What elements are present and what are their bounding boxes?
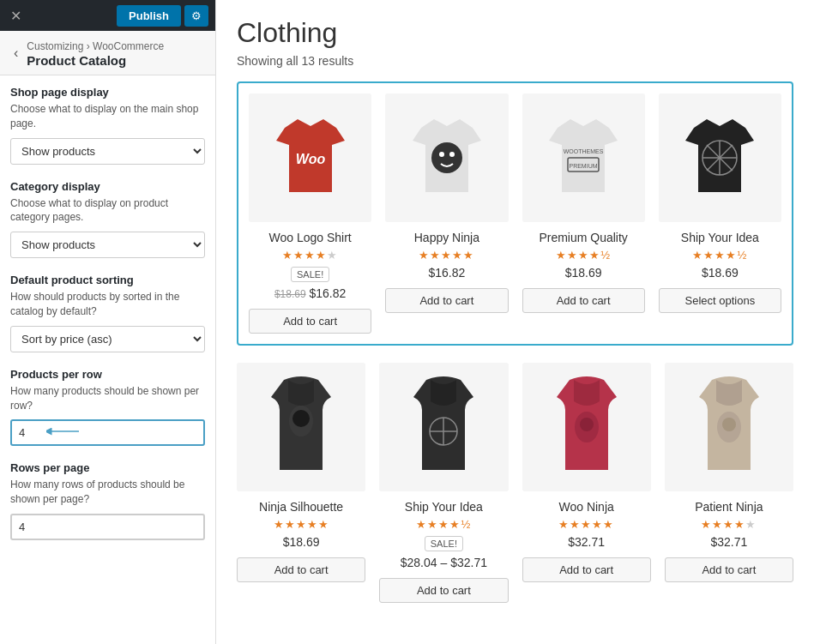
category-display-desc: Choose what to display on product catego… [10,196,205,226]
product-stars: ★★★★★ [558,518,614,531]
rows-per-page-desc: How many rows of products should be show… [10,478,205,507]
product-image-woo-logo-shirt: Woo [249,93,371,222]
product-price: $16.82 [428,266,465,280]
product-price: $18.69 [283,535,320,549]
product-image-ninja-silhouette [237,363,365,491]
product-stars: ★★★★★ [701,518,757,531]
svg-point-5 [449,152,455,157]
product-stars: ★★★★★ [419,249,474,262]
product-image-patient-ninja [665,363,793,491]
add-to-cart-button[interactable]: Add to cart [249,309,371,334]
second-product-grid: Ninja Silhouette ★★★★★ $18.69 Add to car… [237,363,793,603]
category-display-title: Category display [10,180,205,193]
svg-point-24 [722,418,736,431]
sidebar-nav: ‹ Customizing › WooCommerce Product Cata… [0,31,215,75]
svg-text:WOOTHEMES: WOOTHEMES [564,148,604,154]
product-price: $18.69 $16.82 [274,286,346,300]
back-button[interactable]: ‹ [10,44,21,63]
sale-badge: SALE! [425,536,463,551]
shop-page-display-title: Shop page display [10,86,205,99]
product-stars: ★★★★★ [274,518,329,531]
publish-button[interactable]: Publish [117,5,181,27]
product-name: Woo Ninja [558,500,613,514]
add-to-cart-button[interactable]: Add to cart [665,557,793,582]
product-stars: ★★★★½ [556,249,611,262]
shop-page-display-desc: Choose what to display on the main shop … [10,102,205,131]
svg-point-4 [439,152,444,157]
shop-page-display-select[interactable]: Show products Show categories Show both [10,138,205,165]
showing-results: Showing all 13 results [237,54,793,68]
add-to-cart-button[interactable]: Add to cart [237,557,365,582]
products-per-row-section: Products per row How many products shoul… [10,368,205,447]
add-to-cart-button[interactable]: Add to cart [385,288,508,313]
svg-text:Woo: Woo [295,152,325,166]
product-image-premium-quality: WOOTHEMES PREMIUM [522,93,645,222]
sale-badge: SALE! [291,267,329,282]
category-display-section: Category display Choose what to display … [10,180,205,259]
page-title: Clothing [237,17,793,49]
product-name: Premium Quality [539,231,627,244]
sidebar: ✕ Publish ⚙ ‹ Customizing › WooCommerce … [0,0,216,644]
product-card-ninja-silhouette: Ninja Silhouette ★★★★★ $18.69 Add to car… [237,363,365,603]
highlighted-product-grid: Woo Woo Logo Shirt ★★★★★ SALE! $18.69 $1… [237,81,793,346]
default-sorting-select[interactable]: Default sorting Sort by popularity Sort … [10,326,205,352]
svg-text:PREMIUM: PREMIUM [570,163,598,169]
product-price: $18.69 [702,266,739,280]
product-name: Happy Ninja [414,231,479,244]
sidebar-content: Shop page display Choose what to display… [0,75,215,644]
breadcrumb: Customizing › WooCommerce Product Catalo… [27,38,164,68]
price-new: $16.82 [310,286,347,300]
product-price: $32.71 [710,535,747,549]
category-display-select[interactable]: Show products Show subcategories Show bo… [10,232,205,258]
main-content: Clothing Showing all 13 results Woo Woo … [216,0,814,644]
publish-area: Publish ⚙ [117,5,208,27]
shop-page-display-section: Shop page display Choose what to display… [10,86,205,165]
gear-button[interactable]: ⚙ [184,5,208,27]
svg-point-3 [431,142,462,173]
price-old: $18.69 [274,288,306,300]
product-card-ship-your-idea-hoodie: Ship Your Idea ★★★★½ SALE! $28.04 – $32.… [379,363,508,603]
svg-point-17 [292,410,310,427]
rows-per-page-input[interactable] [10,514,205,540]
product-name: Woo Logo Shirt [269,231,352,244]
product-card-woo-ninja: Woo Ninja ★★★★★ $32.71 Add to cart [522,363,651,603]
product-price: $18.69 [565,266,602,280]
products-per-row-title: Products per row [10,368,205,381]
product-image-ship-your-idea [659,93,781,222]
product-name: Patient Ninja [695,500,763,514]
add-to-cart-button[interactable]: Add to cart [522,288,645,313]
product-card-patient-ninja: Patient Ninja ★★★★★ $32.71 Add to cart [665,363,793,603]
products-per-row-wrapper [10,419,205,446]
breadcrumb-text: Customizing › WooCommerce [27,40,164,52]
product-image-happy-ninja [385,93,508,222]
product-name: Ninja Silhouette [259,500,343,514]
default-sorting-desc: How should products by sorted in the cat… [10,290,205,319]
default-sorting-title: Default product sorting [10,274,205,286]
product-card-woo-logo-shirt: Woo Woo Logo Shirt ★★★★★ SALE! $18.69 $1… [249,93,371,334]
product-name: Ship Your Idea [405,500,483,514]
breadcrumb-title: Product Catalog [27,53,164,68]
products-per-row-desc: How many products should be shown per ro… [10,384,205,413]
product-stars: ★★★★½ [416,518,471,531]
default-sorting-section: Default product sorting How should produ… [10,274,205,352]
product-stars: ★★★★★ [282,249,338,262]
sidebar-header: ✕ Publish ⚙ [0,0,215,31]
rows-per-page-section: Rows per page How many rows of products … [10,461,205,540]
product-card-premium-quality: WOOTHEMES PREMIUM Premium Quality ★★★★½ … [522,93,645,334]
product-price: $28.04 – $32.71 [401,556,487,569]
close-button[interactable]: ✕ [7,4,25,27]
select-options-button[interactable]: Select options [659,288,781,313]
svg-point-22 [580,418,594,431]
add-to-cart-button[interactable]: Add to cart [379,578,508,603]
product-card-happy-ninja: Happy Ninja ★★★★★ $16.82 Add to cart [385,93,508,334]
rows-per-page-title: Rows per page [10,461,205,474]
product-price: $32.71 [568,535,605,549]
svg-marker-6 [549,119,618,192]
product-card-ship-your-idea: Ship Your Idea ★★★★½ $18.69 Select optio… [659,93,781,334]
products-per-row-input[interactable] [10,419,205,446]
add-to-cart-button[interactable]: Add to cart [522,557,651,582]
product-name: Ship Your Idea [681,231,759,244]
product-stars: ★★★★½ [692,249,747,262]
product-image-ship-your-idea-hoodie [379,363,508,491]
product-image-woo-ninja [522,363,651,491]
